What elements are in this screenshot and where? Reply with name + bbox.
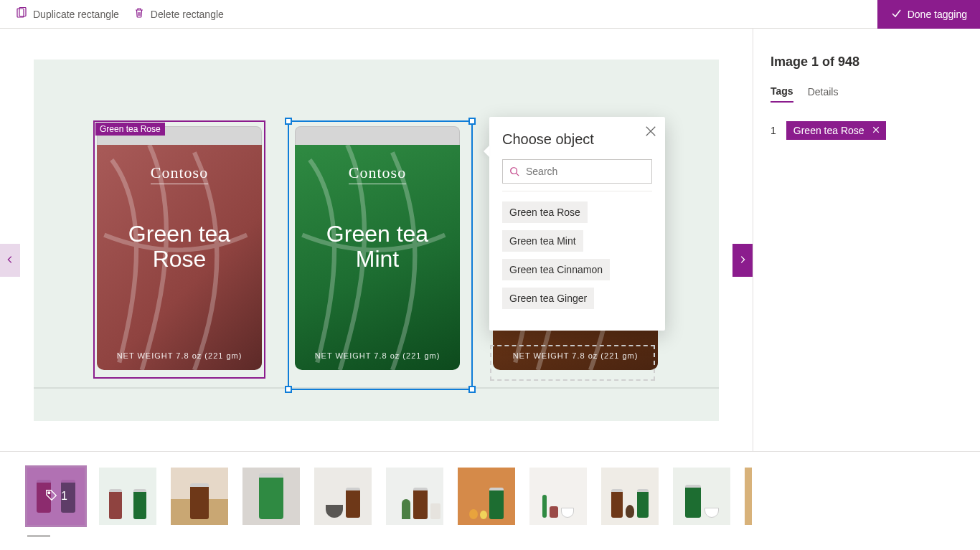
filmstrip-thumb-4[interactable]: [242, 468, 300, 525]
tag-row: 1 Green tea Rose: [771, 121, 963, 140]
delete-rectangle-label: Delete rectangle: [151, 9, 224, 20]
image-counter-title: Image 1 of 948: [771, 54, 963, 70]
duplicate-icon: [16, 7, 27, 21]
trash-icon: [133, 7, 145, 21]
svg-point-2: [511, 167, 517, 174]
checkmark-icon: [890, 8, 902, 22]
popover-options: Green tea Rose Green tea Mint Green tea …: [502, 201, 652, 316]
chevron-right-icon: [738, 255, 748, 267]
delete-rectangle-button[interactable]: Delete rectangle: [126, 3, 231, 25]
next-image-button[interactable]: [732, 244, 753, 277]
tab-tags[interactable]: Tags: [771, 85, 793, 103]
tag-chip-label: Green tea Rose: [793, 125, 864, 136]
product-brand-label: Contoso: [151, 163, 208, 184]
prev-image-button[interactable]: [0, 244, 20, 277]
product-net-weight-label: NET WEIGHT 7.8 oz (221 gm): [513, 351, 639, 360]
filmstrip-selected-count: 1: [61, 490, 67, 503]
canvas-column: Contoso Green tea Rose NET WEIGHT 7.8 oz…: [0, 29, 753, 451]
filmstrip-thumb-6[interactable]: [386, 468, 443, 525]
product-net-weight-label: NET WEIGHT 7.8 oz (221 gm): [117, 351, 242, 360]
done-tagging-label: Done tagging: [908, 9, 967, 20]
close-icon: [644, 130, 658, 141]
side-tabs: Tags Details: [771, 85, 963, 103]
product-net-weight-label: NET WEIGHT 7.8 oz (221 gm): [315, 351, 440, 360]
filmstrip-thumb-8[interactable]: [529, 468, 587, 525]
tag-option-rose[interactable]: Green tea Rose: [502, 201, 588, 223]
filmstrip-thumb-3[interactable]: [171, 468, 228, 525]
workspace: Contoso Green tea Rose NET WEIGHT 7.8 oz…: [0, 29, 980, 451]
duplicate-rectangle-label: Duplicate rectangle: [33, 9, 119, 20]
filmstrip-thumb-11-partial[interactable]: [745, 468, 752, 525]
popover-title: Choose object: [502, 131, 652, 148]
product-canister-mint: Contoso Green tea Mint NET WEIGHT 7.8 oz…: [295, 126, 460, 370]
product-brand-label: Contoso: [349, 163, 406, 184]
filmstrip-scrollbar[interactable]: [27, 535, 50, 537]
product-canister-rose: Contoso Green tea Rose NET WEIGHT 7.8 oz…: [97, 126, 262, 370]
product-flavor-label-rose: Green tea Rose: [128, 222, 230, 272]
side-panel: Image 1 of 948 Tags Details 1 Green tea …: [753, 29, 980, 451]
close-icon: [872, 125, 880, 136]
tag-count: 1: [771, 125, 776, 136]
resize-handle-tl[interactable]: [285, 118, 292, 125]
done-tagging-button[interactable]: Done tagging: [877, 0, 980, 29]
svg-point-3: [48, 492, 50, 494]
chevron-left-icon: [5, 255, 15, 267]
tag-option-cinnamon[interactable]: Green tea Cinnamon: [502, 259, 610, 280]
canvas-stage[interactable]: Contoso Green tea Rose NET WEIGHT 7.8 oz…: [34, 60, 719, 421]
tag-icon: [44, 488, 57, 504]
filmstrip-thumb-9[interactable]: [601, 468, 659, 525]
filmstrip: 1: [0, 451, 980, 550]
tag-option-mint[interactable]: Green tea Mint: [502, 230, 583, 252]
filmstrip-thumb-7[interactable]: [458, 468, 515, 525]
filmstrip-thumb-1[interactable]: 1: [27, 468, 85, 525]
tag-chip-remove-button[interactable]: [872, 125, 880, 136]
duplicate-rectangle-button[interactable]: Duplicate rectangle: [9, 3, 126, 25]
filmstrip-thumb-5[interactable]: [314, 468, 372, 525]
choose-object-popover: Choose object Green tea Rose Green tea M…: [489, 117, 665, 331]
product-flavor-label-mint: Green tea Mint: [326, 222, 428, 272]
tag-chip[interactable]: Green tea Rose: [786, 121, 886, 140]
filmstrip-thumb-10[interactable]: [673, 468, 730, 525]
resize-handle-tr[interactable]: [468, 118, 476, 125]
popover-search-input[interactable]: [502, 159, 652, 184]
tag-option-ginger[interactable]: Green tea Ginger: [502, 288, 594, 309]
top-toolbar: Duplicate rectangle Delete rectangle Don…: [0, 0, 980, 29]
popover-search: [502, 159, 652, 184]
filmstrip-thumb-2[interactable]: [99, 468, 156, 525]
tab-details[interactable]: Details: [808, 85, 839, 103]
popover-close-button[interactable]: [644, 124, 658, 138]
